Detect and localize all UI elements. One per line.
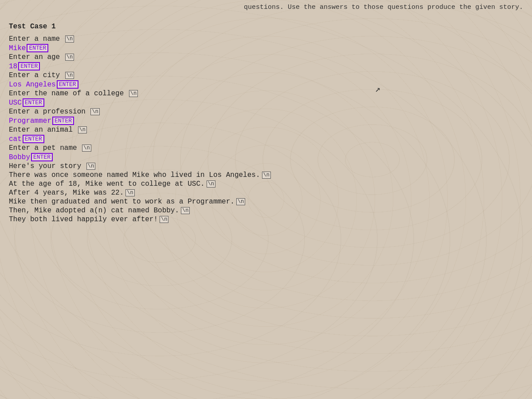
newline-city: \n [65,72,74,79]
prompt-age-text: Enter an age [9,53,64,61]
newline-animal: \n [78,126,87,133]
prompt-animal-text: Enter an animal [9,126,77,134]
story-line-4-text: Mike then graduated and went to work as … [9,198,235,206]
newline-story-4: \n [236,198,245,205]
newline-name: \n [65,35,74,43]
value-college: USC [9,99,22,107]
enter-college: ENTER [23,98,44,107]
value-name-line: Mike ENTER [9,44,523,52]
value-city: Los Angeles [9,81,56,89]
prompt-college-text: Enter the name of a college [9,90,128,98]
value-petname-line: Bobby ENTER [9,153,523,161]
newline-story-6: \n [160,216,168,223]
newline-profession: \n [90,108,99,115]
newline-story-2: \n [207,180,215,188]
story-line-3-text: After 4 years, Mike was 22. [9,189,124,197]
story-line-4: Mike then graduated and went to work as … [9,198,523,206]
story-header-line: Here's your story \n [9,162,523,170]
enter-profession: ENTER [52,117,74,125]
main-container: Test Case 1 Enter a name \n Mike ENTER E… [0,18,532,233]
enter-petname: ENTER [31,153,53,161]
newline-college: \n [129,90,138,97]
prompt-age-line: Enter an age \n [9,53,523,61]
value-profession-line: Programmer ENTER [9,117,523,125]
story-line-1-text: There was once someone named Mike who li… [9,171,260,179]
story-line-6: They both lived happily ever after! \n [9,215,523,223]
cursor-arrow: ↗ [375,83,381,90]
newline-story-1: \n [262,172,271,179]
newline-story-header: \n [86,163,95,170]
prompt-animal-line: Enter an animal \n [9,126,523,134]
newline-story-5: \n [181,207,190,214]
newline-story-3: \n [125,189,134,196]
prompt-city-text: Enter a city [9,71,64,79]
newline-age: \n [65,54,74,61]
enter-name: ENTER [27,44,48,52]
story-line-2-text: At the age of 18, Mike went to college a… [9,180,205,188]
story-line-1: There was once someone named Mike who li… [9,171,523,179]
value-age-line: 18 ENTER [9,62,523,70]
prompt-name-text: Enter a name [9,35,64,43]
value-profession: Programmer [9,117,51,125]
prompt-city-line: Enter a city \n [9,71,523,79]
newline-petname: \n [82,145,91,152]
value-animal: cat [9,135,22,143]
story-line-2: At the age of 18, Mike went to college a… [9,180,523,188]
value-city-line: Los Angeles ENTER [9,80,523,89]
prompt-name-line: Enter a name \n [9,35,523,43]
value-petname: Bobby [9,153,30,161]
prompt-profession-line: Enter a profession \n [9,108,523,116]
test-case-title: Test Case 1 [9,23,523,31]
story-line-6-text: They both lived happily ever after! [9,215,158,223]
prompt-profession-text: Enter a profession [9,108,90,116]
story-header-text: Here's your story [9,162,86,170]
story-line-3: After 4 years, Mike was 22. \n [9,189,523,197]
prompt-petname-text: Enter a pet name [9,144,81,152]
enter-animal: ENTER [23,135,44,143]
story-line-5-text: Then, Mike adopted a(n) cat named Bobby. [9,207,179,215]
story-line-5: Then, Mike adopted a(n) cat named Bobby.… [9,207,523,215]
enter-city: ENTER [57,80,78,89]
value-animal-line: cat ENTER [9,135,523,143]
value-age: 18 [9,63,17,70]
prompt-college-line: Enter the name of a college \n [9,90,523,98]
prompt-petname-line: Enter a pet name \n [9,144,523,152]
header-text: questions. Use the answers to those ques… [0,0,532,16]
value-college-line: USC ENTER [9,98,523,107]
value-name: Mike [9,44,26,52]
enter-age: ENTER [18,62,40,70]
